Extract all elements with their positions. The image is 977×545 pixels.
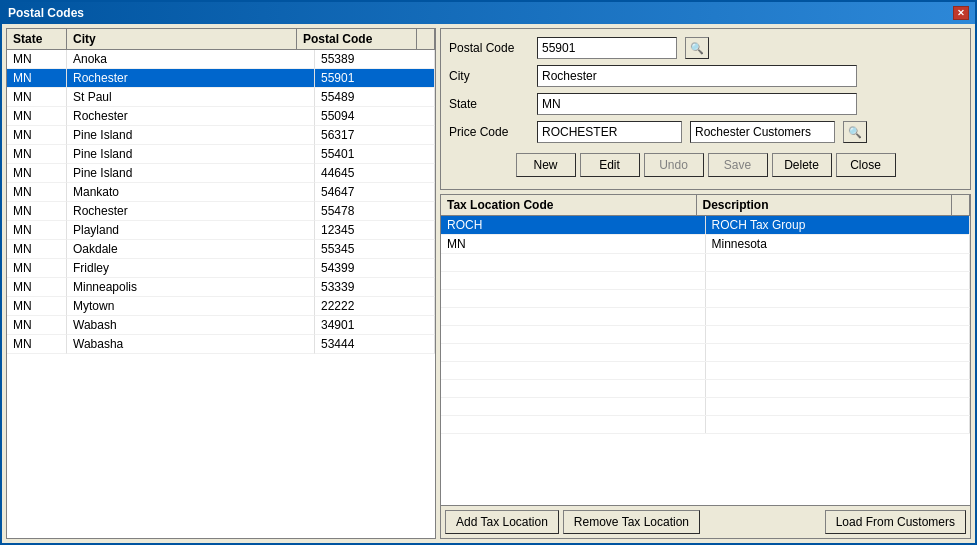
postal-code-row: Postal Code 🔍 bbox=[449, 37, 962, 59]
tax-cell-code bbox=[441, 254, 706, 271]
list-item[interactable]: MN Anoka 55389 bbox=[7, 50, 435, 69]
price-code-search-button[interactable]: 🔍 bbox=[843, 121, 867, 143]
list-item[interactable]: MN Pine Island 44645 bbox=[7, 164, 435, 183]
tax-table-row[interactable]: ROCH ROCH Tax Group bbox=[441, 216, 970, 235]
city-row: City bbox=[449, 65, 962, 87]
list-cell-state: MN bbox=[7, 259, 67, 278]
col-header-city: City bbox=[67, 29, 297, 49]
list-cell-city: Wabash bbox=[67, 316, 315, 335]
tax-cell-code bbox=[441, 362, 706, 379]
list-wrapper: MN Anoka 55389 MN Rochester 55901 MN St … bbox=[7, 50, 435, 538]
add-tax-location-button[interactable]: Add Tax Location bbox=[445, 510, 559, 534]
list-item[interactable]: MN Minneapolis 53339 bbox=[7, 278, 435, 297]
tax-cell-desc bbox=[706, 344, 971, 361]
tax-cell-code bbox=[441, 344, 706, 361]
city-input[interactable] bbox=[537, 65, 857, 87]
tax-cell-code bbox=[441, 272, 706, 289]
delete-button[interactable]: Delete bbox=[772, 153, 832, 177]
tax-cell-desc bbox=[706, 416, 971, 433]
list-item[interactable]: MN Fridley 54399 bbox=[7, 259, 435, 278]
action-buttons: New Edit Undo Save Delete Close bbox=[449, 149, 962, 181]
tax-col-code: Tax Location Code bbox=[441, 195, 697, 215]
save-button[interactable]: Save bbox=[708, 153, 768, 177]
content-area: State City Postal Code MN Anoka 55389 MN… bbox=[2, 24, 975, 543]
remove-tax-location-button[interactable]: Remove Tax Location bbox=[563, 510, 700, 534]
list-item[interactable]: MN Rochester 55478 bbox=[7, 202, 435, 221]
tax-table-row[interactable] bbox=[441, 254, 970, 272]
tax-table-row[interactable] bbox=[441, 344, 970, 362]
list-cell-city: Wabasha bbox=[67, 335, 315, 354]
tax-footer-left: Add Tax Location Remove Tax Location bbox=[445, 510, 700, 534]
tax-table-body[interactable]: ROCH ROCH Tax Group MN Minnesota bbox=[441, 216, 970, 505]
form-section: Postal Code 🔍 City State Price Code bbox=[440, 28, 971, 190]
tax-table-row[interactable] bbox=[441, 362, 970, 380]
price-code-2-input[interactable] bbox=[690, 121, 835, 143]
list-item[interactable]: MN Rochester 55901 bbox=[7, 69, 435, 88]
list-cell-postal: 53444 bbox=[315, 335, 435, 354]
list-cell-city: Pine Island bbox=[67, 164, 315, 183]
tax-table-row[interactable] bbox=[441, 308, 970, 326]
list-item[interactable]: MN Pine Island 55401 bbox=[7, 145, 435, 164]
close-window-button[interactable]: ✕ bbox=[953, 6, 969, 20]
list-cell-postal: 55901 bbox=[315, 69, 435, 88]
list-item[interactable]: MN Wabash 34901 bbox=[7, 316, 435, 335]
list-header: State City Postal Code bbox=[7, 29, 435, 50]
close-button[interactable]: Close bbox=[836, 153, 896, 177]
tax-cell-code bbox=[441, 416, 706, 433]
tax-table-row[interactable] bbox=[441, 326, 970, 344]
price-code-label: Price Code bbox=[449, 125, 529, 139]
tax-cell-code: MN bbox=[441, 235, 706, 253]
tax-cell-desc bbox=[706, 380, 971, 397]
tax-cell-desc: Minnesota bbox=[706, 235, 971, 253]
list-cell-city: Anoka bbox=[67, 50, 315, 69]
tax-table-header: Tax Location Code Description bbox=[441, 195, 970, 216]
list-item[interactable]: MN Pine Island 56317 bbox=[7, 126, 435, 145]
list-cell-postal: 55094 bbox=[315, 107, 435, 126]
list-cell-state: MN bbox=[7, 69, 67, 88]
tax-table-row[interactable] bbox=[441, 272, 970, 290]
postal-code-label: Postal Code bbox=[449, 41, 529, 55]
price-code-input[interactable] bbox=[537, 121, 682, 143]
edit-button[interactable]: Edit bbox=[580, 153, 640, 177]
title-bar: Postal Codes ✕ bbox=[2, 2, 975, 24]
tax-cell-desc bbox=[706, 308, 971, 325]
postal-code-rows[interactable]: MN Anoka 55389 MN Rochester 55901 MN St … bbox=[7, 50, 435, 538]
new-button[interactable]: New bbox=[516, 153, 576, 177]
list-cell-state: MN bbox=[7, 316, 67, 335]
list-item[interactable]: MN Wabasha 53444 bbox=[7, 335, 435, 354]
list-cell-state: MN bbox=[7, 297, 67, 316]
list-cell-city: Rochester bbox=[67, 107, 315, 126]
tax-cell-desc bbox=[706, 272, 971, 289]
list-item[interactable]: MN Rochester 55094 bbox=[7, 107, 435, 126]
tax-cell-code bbox=[441, 398, 706, 415]
list-item[interactable]: MN Mankato 54647 bbox=[7, 183, 435, 202]
tax-table-row[interactable]: MN Minnesota bbox=[441, 235, 970, 254]
tax-table-row[interactable] bbox=[441, 416, 970, 434]
tax-table-row[interactable] bbox=[441, 290, 970, 308]
list-cell-state: MN bbox=[7, 335, 67, 354]
list-item[interactable]: MN Oakdale 55345 bbox=[7, 240, 435, 259]
list-cell-postal: 34901 bbox=[315, 316, 435, 335]
list-item[interactable]: MN Playland 12345 bbox=[7, 221, 435, 240]
list-cell-city: Mankato bbox=[67, 183, 315, 202]
list-cell-postal: 54647 bbox=[315, 183, 435, 202]
city-label: City bbox=[449, 69, 529, 83]
tax-location-section: Tax Location Code Description ROCH ROCH … bbox=[440, 194, 971, 539]
tax-col-scroll bbox=[952, 195, 970, 215]
list-item[interactable]: MN Mytown 22222 bbox=[7, 297, 435, 316]
postal-code-input[interactable] bbox=[537, 37, 677, 59]
undo-button[interactable]: Undo bbox=[644, 153, 704, 177]
state-input[interactable] bbox=[537, 93, 857, 115]
list-cell-city: Rochester bbox=[67, 69, 315, 88]
list-cell-postal: 55489 bbox=[315, 88, 435, 107]
list-item[interactable]: MN St Paul 55489 bbox=[7, 88, 435, 107]
tax-table-row[interactable] bbox=[441, 398, 970, 416]
postal-code-search-button[interactable]: 🔍 bbox=[685, 37, 709, 59]
tax-footer: Add Tax Location Remove Tax Location Loa… bbox=[441, 505, 970, 538]
load-from-customers-button[interactable]: Load From Customers bbox=[825, 510, 966, 534]
list-cell-state: MN bbox=[7, 278, 67, 297]
list-cell-city: Fridley bbox=[67, 259, 315, 278]
tax-col-desc: Description bbox=[697, 195, 953, 215]
list-cell-state: MN bbox=[7, 202, 67, 221]
tax-table-row[interactable] bbox=[441, 380, 970, 398]
